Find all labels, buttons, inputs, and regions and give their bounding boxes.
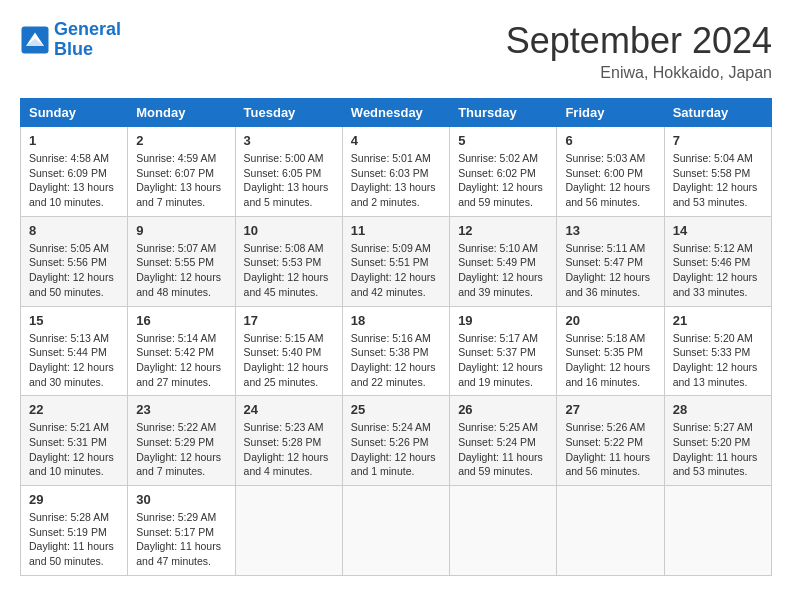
day-number: 15 xyxy=(29,313,119,328)
day-info: Sunrise: 5:00 AMSunset: 6:05 PMDaylight:… xyxy=(244,151,334,210)
day-number: 28 xyxy=(673,402,763,417)
day-number: 9 xyxy=(136,223,226,238)
day-number: 8 xyxy=(29,223,119,238)
day-number: 6 xyxy=(565,133,655,148)
day-info: Sunrise: 5:28 AMSunset: 5:19 PMDaylight:… xyxy=(29,510,119,569)
calendar-day-cell: 20Sunrise: 5:18 AMSunset: 5:35 PMDayligh… xyxy=(557,306,664,396)
month-title: September 2024 xyxy=(506,20,772,62)
day-number: 21 xyxy=(673,313,763,328)
day-info: Sunrise: 5:14 AMSunset: 5:42 PMDaylight:… xyxy=(136,331,226,390)
day-info: Sunrise: 5:07 AMSunset: 5:55 PMDaylight:… xyxy=(136,241,226,300)
weekday-header-tuesday: Tuesday xyxy=(235,99,342,127)
calendar-day-cell: 2Sunrise: 4:59 AMSunset: 6:07 PMDaylight… xyxy=(128,127,235,217)
day-info: Sunrise: 5:09 AMSunset: 5:51 PMDaylight:… xyxy=(351,241,441,300)
day-info: Sunrise: 5:21 AMSunset: 5:31 PMDaylight:… xyxy=(29,420,119,479)
calendar-day-cell: 27Sunrise: 5:26 AMSunset: 5:22 PMDayligh… xyxy=(557,396,664,486)
day-number: 5 xyxy=(458,133,548,148)
calendar-day-cell: 23Sunrise: 5:22 AMSunset: 5:29 PMDayligh… xyxy=(128,396,235,486)
day-info: Sunrise: 5:20 AMSunset: 5:33 PMDaylight:… xyxy=(673,331,763,390)
day-info: Sunrise: 5:22 AMSunset: 5:29 PMDaylight:… xyxy=(136,420,226,479)
day-info: Sunrise: 5:17 AMSunset: 5:37 PMDaylight:… xyxy=(458,331,548,390)
day-info: Sunrise: 5:13 AMSunset: 5:44 PMDaylight:… xyxy=(29,331,119,390)
day-info: Sunrise: 5:29 AMSunset: 5:17 PMDaylight:… xyxy=(136,510,226,569)
calendar-day-cell: 21Sunrise: 5:20 AMSunset: 5:33 PMDayligh… xyxy=(664,306,771,396)
day-info: Sunrise: 5:01 AMSunset: 6:03 PMDaylight:… xyxy=(351,151,441,210)
day-info: Sunrise: 5:24 AMSunset: 5:26 PMDaylight:… xyxy=(351,420,441,479)
day-info: Sunrise: 5:23 AMSunset: 5:28 PMDaylight:… xyxy=(244,420,334,479)
day-number: 14 xyxy=(673,223,763,238)
day-info: Sunrise: 5:08 AMSunset: 5:53 PMDaylight:… xyxy=(244,241,334,300)
calendar-day-cell: 8Sunrise: 5:05 AMSunset: 5:56 PMDaylight… xyxy=(21,216,128,306)
calendar-day-cell: 10Sunrise: 5:08 AMSunset: 5:53 PMDayligh… xyxy=(235,216,342,306)
day-info: Sunrise: 5:02 AMSunset: 6:02 PMDaylight:… xyxy=(458,151,548,210)
day-number: 29 xyxy=(29,492,119,507)
calendar-day-cell: 22Sunrise: 5:21 AMSunset: 5:31 PMDayligh… xyxy=(21,396,128,486)
day-info: Sunrise: 5:11 AMSunset: 5:47 PMDaylight:… xyxy=(565,241,655,300)
calendar-table: SundayMondayTuesdayWednesdayThursdayFrid… xyxy=(20,98,772,576)
calendar-day-cell: 14Sunrise: 5:12 AMSunset: 5:46 PMDayligh… xyxy=(664,216,771,306)
day-number: 1 xyxy=(29,133,119,148)
title-section: September 2024 Eniwa, Hokkaido, Japan xyxy=(506,20,772,82)
weekday-header-monday: Monday xyxy=(128,99,235,127)
day-info: Sunrise: 4:58 AMSunset: 6:09 PMDaylight:… xyxy=(29,151,119,210)
calendar-empty-cell xyxy=(235,486,342,576)
calendar-day-cell: 9Sunrise: 5:07 AMSunset: 5:55 PMDaylight… xyxy=(128,216,235,306)
location-subtitle: Eniwa, Hokkaido, Japan xyxy=(506,64,772,82)
calendar-week-row: 29Sunrise: 5:28 AMSunset: 5:19 PMDayligh… xyxy=(21,486,772,576)
calendar-day-cell: 24Sunrise: 5:23 AMSunset: 5:28 PMDayligh… xyxy=(235,396,342,486)
day-number: 23 xyxy=(136,402,226,417)
logo-line2: Blue xyxy=(54,40,121,60)
calendar-day-cell: 4Sunrise: 5:01 AMSunset: 6:03 PMDaylight… xyxy=(342,127,449,217)
day-info: Sunrise: 5:15 AMSunset: 5:40 PMDaylight:… xyxy=(244,331,334,390)
calendar-day-cell: 17Sunrise: 5:15 AMSunset: 5:40 PMDayligh… xyxy=(235,306,342,396)
day-number: 11 xyxy=(351,223,441,238)
calendar-day-cell: 25Sunrise: 5:24 AMSunset: 5:26 PMDayligh… xyxy=(342,396,449,486)
weekday-header-sunday: Sunday xyxy=(21,99,128,127)
calendar-header-row: SundayMondayTuesdayWednesdayThursdayFrid… xyxy=(21,99,772,127)
day-info: Sunrise: 5:05 AMSunset: 5:56 PMDaylight:… xyxy=(29,241,119,300)
logo: General Blue xyxy=(20,20,121,60)
day-number: 17 xyxy=(244,313,334,328)
calendar-day-cell: 7Sunrise: 5:04 AMSunset: 5:58 PMDaylight… xyxy=(664,127,771,217)
day-info: Sunrise: 5:27 AMSunset: 5:20 PMDaylight:… xyxy=(673,420,763,479)
day-info: Sunrise: 5:18 AMSunset: 5:35 PMDaylight:… xyxy=(565,331,655,390)
day-info: Sunrise: 5:16 AMSunset: 5:38 PMDaylight:… xyxy=(351,331,441,390)
weekday-header-thursday: Thursday xyxy=(450,99,557,127)
logo-icon xyxy=(20,25,50,55)
calendar-day-cell: 6Sunrise: 5:03 AMSunset: 6:00 PMDaylight… xyxy=(557,127,664,217)
day-number: 13 xyxy=(565,223,655,238)
day-number: 12 xyxy=(458,223,548,238)
logo-line1: General xyxy=(54,19,121,39)
day-number: 22 xyxy=(29,402,119,417)
day-info: Sunrise: 5:12 AMSunset: 5:46 PMDaylight:… xyxy=(673,241,763,300)
day-number: 24 xyxy=(244,402,334,417)
day-info: Sunrise: 5:25 AMSunset: 5:24 PMDaylight:… xyxy=(458,420,548,479)
day-number: 16 xyxy=(136,313,226,328)
calendar-day-cell: 26Sunrise: 5:25 AMSunset: 5:24 PMDayligh… xyxy=(450,396,557,486)
calendar-day-cell: 18Sunrise: 5:16 AMSunset: 5:38 PMDayligh… xyxy=(342,306,449,396)
weekday-header-saturday: Saturday xyxy=(664,99,771,127)
day-number: 3 xyxy=(244,133,334,148)
day-number: 25 xyxy=(351,402,441,417)
calendar-day-cell: 13Sunrise: 5:11 AMSunset: 5:47 PMDayligh… xyxy=(557,216,664,306)
weekday-header-friday: Friday xyxy=(557,99,664,127)
day-number: 20 xyxy=(565,313,655,328)
calendar-day-cell: 12Sunrise: 5:10 AMSunset: 5:49 PMDayligh… xyxy=(450,216,557,306)
day-number: 2 xyxy=(136,133,226,148)
calendar-day-cell: 29Sunrise: 5:28 AMSunset: 5:19 PMDayligh… xyxy=(21,486,128,576)
calendar-empty-cell xyxy=(664,486,771,576)
calendar-day-cell: 11Sunrise: 5:09 AMSunset: 5:51 PMDayligh… xyxy=(342,216,449,306)
calendar-week-row: 8Sunrise: 5:05 AMSunset: 5:56 PMDaylight… xyxy=(21,216,772,306)
calendar-week-row: 15Sunrise: 5:13 AMSunset: 5:44 PMDayligh… xyxy=(21,306,772,396)
day-number: 18 xyxy=(351,313,441,328)
weekday-header-wednesday: Wednesday xyxy=(342,99,449,127)
calendar-week-row: 1Sunrise: 4:58 AMSunset: 6:09 PMDaylight… xyxy=(21,127,772,217)
day-number: 27 xyxy=(565,402,655,417)
day-info: Sunrise: 5:26 AMSunset: 5:22 PMDaylight:… xyxy=(565,420,655,479)
logo-text: General Blue xyxy=(54,20,121,60)
calendar-day-cell: 19Sunrise: 5:17 AMSunset: 5:37 PMDayligh… xyxy=(450,306,557,396)
day-number: 30 xyxy=(136,492,226,507)
calendar-day-cell: 3Sunrise: 5:00 AMSunset: 6:05 PMDaylight… xyxy=(235,127,342,217)
day-info: Sunrise: 5:10 AMSunset: 5:49 PMDaylight:… xyxy=(458,241,548,300)
calendar-day-cell: 1Sunrise: 4:58 AMSunset: 6:09 PMDaylight… xyxy=(21,127,128,217)
